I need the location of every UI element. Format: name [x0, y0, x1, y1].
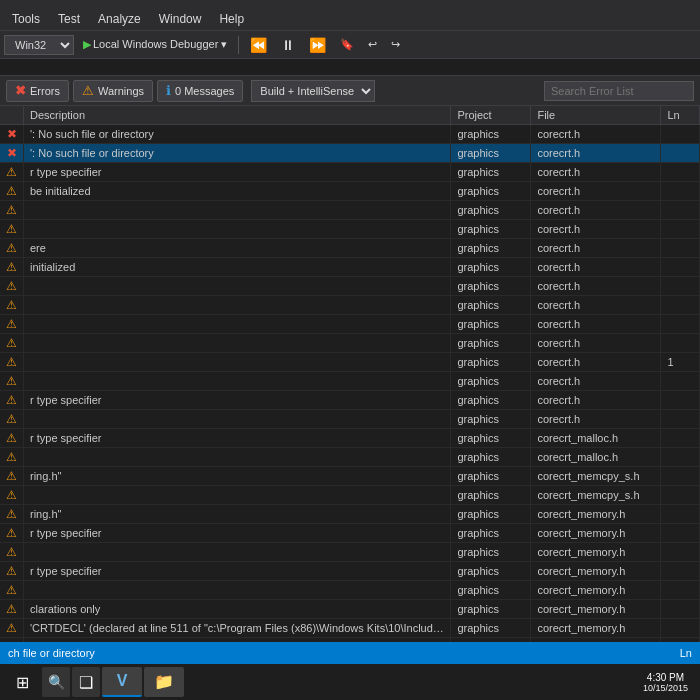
- row-description: ': No such file or directory: [24, 144, 451, 163]
- table-row[interactable]: ⚠ be initialized graphics corecrt.h: [0, 182, 700, 201]
- row-file: corecrt_memory.h: [531, 600, 661, 619]
- search-error-input[interactable]: [544, 81, 694, 101]
- row-icon: ⚠: [0, 296, 24, 315]
- row-line: [661, 581, 700, 600]
- table-row[interactable]: ⚠ graphics corecrt.h: [0, 201, 700, 220]
- explorer-taskbar-button[interactable]: 📁: [144, 667, 184, 697]
- row-file: corecrt.h: [531, 201, 661, 220]
- table-row[interactable]: ⚠ graphics corecrt.h 1: [0, 353, 700, 372]
- row-line: [661, 125, 700, 144]
- error-toolbar: ✖ Errors ⚠ Warnings ℹ 0 Messages Build +…: [0, 76, 700, 106]
- row-project: graphics: [451, 125, 531, 144]
- table-row[interactable]: ✖ ': No such file or directory graphics …: [0, 144, 700, 163]
- row-file: corecrt.h: [531, 258, 661, 277]
- filter-dropdown[interactable]: Build + IntelliSense: [251, 80, 375, 102]
- search-button[interactable]: 🔍: [42, 667, 70, 697]
- table-row[interactable]: ⚠ ring.h" graphics corecrt_memcpy_s.h: [0, 467, 700, 486]
- toolbar-btn-4[interactable]: 🔖: [335, 35, 359, 55]
- row-file: corecrt_malloc.h: [531, 448, 661, 467]
- menu-window[interactable]: Window: [151, 10, 210, 28]
- toolbar-btn-3[interactable]: ⏩: [304, 35, 331, 55]
- table-row[interactable]: ⚠ graphics corecrt_malloc.h: [0, 448, 700, 467]
- errors-button[interactable]: ✖ Errors: [6, 80, 69, 102]
- start-button[interactable]: ⊞: [4, 667, 40, 697]
- vs-taskbar-button[interactable]: V: [102, 667, 142, 697]
- col-icon: [0, 106, 24, 125]
- col-file[interactable]: File: [531, 106, 661, 125]
- row-line: [661, 562, 700, 581]
- row-line: [661, 201, 700, 220]
- row-file: corecrt.h: [531, 277, 661, 296]
- row-icon: ⚠: [0, 619, 24, 638]
- taskbar-time: 4:30 PM: [643, 672, 688, 683]
- errors-list-table: Description Project File Ln ✖ ': No such…: [0, 106, 700, 657]
- table-row[interactable]: ⚠ graphics corecrt_memcpy_s.h: [0, 486, 700, 505]
- row-line: [661, 410, 700, 429]
- task-view-button[interactable]: ❑: [72, 667, 100, 697]
- table-row[interactable]: ⚠ 'CRTDECL' (declared at line 511 of "c:…: [0, 619, 700, 638]
- row-icon: ⚠: [0, 581, 24, 600]
- table-row[interactable]: ⚠ graphics corecrt.h: [0, 334, 700, 353]
- menu-tools[interactable]: Tools: [4, 10, 48, 28]
- table-row[interactable]: ⚠ graphics corecrt.h: [0, 296, 700, 315]
- taskbar-clock: 4:30 PM 10/15/2015: [635, 672, 696, 693]
- row-project: graphics: [451, 372, 531, 391]
- play-button[interactable]: ▶ Local Windows Debugger ▾: [78, 35, 232, 55]
- table-row[interactable]: ⚠ graphics corecrt.h: [0, 277, 700, 296]
- table-body: ✖ ': No such file or directory graphics …: [0, 125, 700, 657]
- menu-analyze[interactable]: Analyze: [90, 10, 149, 28]
- row-file: corecrt.h: [531, 220, 661, 239]
- row-project: graphics: [451, 600, 531, 619]
- table-row[interactable]: ⚠ graphics corecrt.h: [0, 410, 700, 429]
- row-line: [661, 277, 700, 296]
- col-project[interactable]: Project: [451, 106, 531, 125]
- config-dropdown[interactable]: Win32: [4, 35, 74, 55]
- table-row[interactable]: ⚠ graphics corecrt_memory.h: [0, 543, 700, 562]
- row-description: [24, 581, 451, 600]
- table-row[interactable]: ⚠ graphics corecrt_memory.h: [0, 581, 700, 600]
- row-description: [24, 372, 451, 391]
- col-line[interactable]: Ln: [661, 106, 700, 125]
- error-table[interactable]: Description Project File Ln ✖ ': No such…: [0, 106, 700, 664]
- toolbar-btn-5[interactable]: ↩: [363, 35, 382, 55]
- col-description[interactable]: Description: [24, 106, 451, 125]
- toolbar-btn-1[interactable]: ⏪: [245, 35, 272, 55]
- warnings-label: Warnings: [98, 85, 144, 97]
- row-description: ere: [24, 239, 451, 258]
- error-icon: ✖: [15, 83, 26, 98]
- row-icon: ⚠: [0, 391, 24, 410]
- menu-test[interactable]: Test: [50, 10, 88, 28]
- row-project: graphics: [451, 581, 531, 600]
- table-row[interactable]: ⚠ r type specifier graphics corecrt.h: [0, 163, 700, 182]
- row-file: corecrt_memory.h: [531, 619, 661, 638]
- row-project: graphics: [451, 505, 531, 524]
- debugger-label: Local Windows Debugger ▾: [93, 38, 227, 51]
- table-row[interactable]: ⚠ graphics corecrt.h: [0, 372, 700, 391]
- row-icon: ⚠: [0, 600, 24, 619]
- secondary-toolbar: [0, 58, 700, 76]
- table-row[interactable]: ✖ ': No such file or directory graphics …: [0, 125, 700, 144]
- task-view-icon: ❑: [79, 673, 93, 692]
- row-line: [661, 144, 700, 163]
- table-row[interactable]: ⚠ graphics corecrt.h: [0, 220, 700, 239]
- table-row[interactable]: ⚠ clarations only graphics corecrt_memor…: [0, 600, 700, 619]
- row-line: [661, 220, 700, 239]
- menu-help[interactable]: Help: [211, 10, 252, 28]
- row-line: 1: [661, 353, 700, 372]
- toolbar-btn-6[interactable]: ↪: [386, 35, 405, 55]
- messages-button[interactable]: ℹ 0 Messages: [157, 80, 243, 102]
- table-row[interactable]: ⚠ r type specifier graphics corecrt_memo…: [0, 524, 700, 543]
- warnings-button[interactable]: ⚠ Warnings: [73, 80, 153, 102]
- table-header: Description Project File Ln: [0, 106, 700, 125]
- toolbar-btn-2[interactable]: ⏸: [276, 35, 300, 55]
- row-icon: ⚠: [0, 372, 24, 391]
- table-row[interactable]: ⚠ r type specifier graphics corecrt_memo…: [0, 562, 700, 581]
- row-line: [661, 258, 700, 277]
- table-row[interactable]: ⚠ r type specifier graphics corecrt.h: [0, 391, 700, 410]
- table-row[interactable]: ⚠ r type specifier graphics corecrt_mall…: [0, 429, 700, 448]
- table-row[interactable]: ⚠ ere graphics corecrt.h: [0, 239, 700, 258]
- table-row[interactable]: ⚠ initialized graphics corecrt.h: [0, 258, 700, 277]
- vs-status-bar: ch file or directory Ln: [0, 642, 700, 664]
- table-row[interactable]: ⚠ ring.h" graphics corecrt_memory.h: [0, 505, 700, 524]
- table-row[interactable]: ⚠ graphics corecrt.h: [0, 315, 700, 334]
